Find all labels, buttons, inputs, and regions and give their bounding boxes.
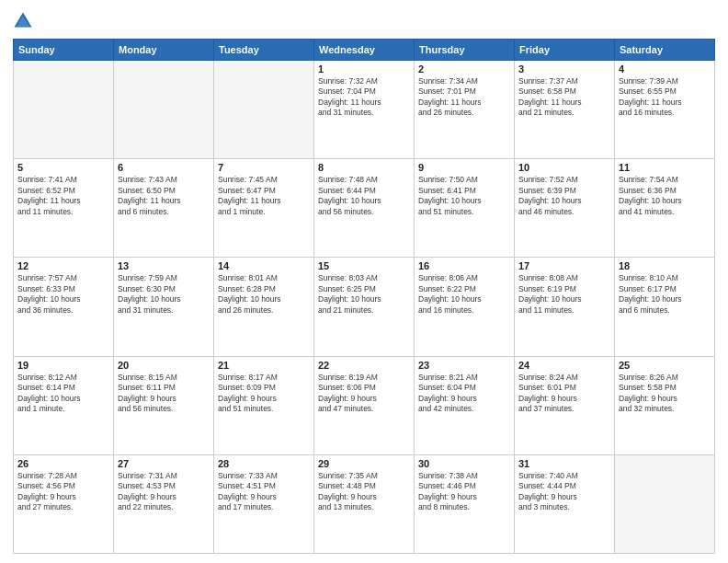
calendar-cell: 11Sunrise: 7:54 AM Sunset: 6:36 PM Dayli… xyxy=(615,159,715,258)
calendar-cell: 31Sunrise: 7:40 AM Sunset: 4:44 PM Dayli… xyxy=(515,454,615,553)
day-info: Sunrise: 8:21 AM Sunset: 6:04 PM Dayligh… xyxy=(418,373,510,415)
calendar-cell: 13Sunrise: 7:59 AM Sunset: 6:30 PM Dayli… xyxy=(114,258,214,356)
calendar-cell: 27Sunrise: 7:31 AM Sunset: 4:53 PM Dayli… xyxy=(114,454,214,553)
day-info: Sunrise: 7:40 AM Sunset: 4:44 PM Dayligh… xyxy=(518,471,610,513)
day-number: 29 xyxy=(318,458,410,469)
calendar-cell: 4Sunrise: 7:39 AM Sunset: 6:55 PM Daylig… xyxy=(615,61,715,159)
day-info: Sunrise: 7:39 AM Sunset: 6:55 PM Dayligh… xyxy=(619,76,711,119)
calendar-cell: 16Sunrise: 8:06 AM Sunset: 6:22 PM Dayli… xyxy=(415,258,515,356)
weekday-header-friday: Friday xyxy=(515,40,615,61)
day-info: Sunrise: 7:54 AM Sunset: 6:36 PM Dayligh… xyxy=(619,175,711,217)
week-row-4: 19Sunrise: 8:12 AM Sunset: 6:14 PM Dayli… xyxy=(14,356,715,454)
day-info: Sunrise: 8:17 AM Sunset: 6:09 PM Dayligh… xyxy=(218,373,310,415)
day-info: Sunrise: 8:01 AM Sunset: 6:28 PM Dayligh… xyxy=(218,273,310,316)
day-number: 8 xyxy=(318,162,410,173)
day-number: 6 xyxy=(118,162,210,173)
calendar-cell: 22Sunrise: 8:19 AM Sunset: 6:06 PM Dayli… xyxy=(314,356,415,454)
calendar-cell: 14Sunrise: 8:01 AM Sunset: 6:28 PM Dayli… xyxy=(214,258,314,356)
day-number: 15 xyxy=(318,260,410,271)
calendar-cell: 3Sunrise: 7:37 AM Sunset: 6:58 PM Daylig… xyxy=(515,61,615,159)
day-number: 14 xyxy=(218,260,310,271)
calendar-cell: 1Sunrise: 7:32 AM Sunset: 7:04 PM Daylig… xyxy=(314,61,415,159)
day-number: 31 xyxy=(518,458,610,469)
day-info: Sunrise: 8:24 AM Sunset: 6:01 PM Dayligh… xyxy=(518,373,610,415)
calendar-cell: 23Sunrise: 8:21 AM Sunset: 6:04 PM Dayli… xyxy=(415,356,515,454)
logo-icon xyxy=(13,11,33,31)
calendar-cell xyxy=(615,454,715,553)
calendar-cell: 18Sunrise: 8:10 AM Sunset: 6:17 PM Dayli… xyxy=(615,258,715,356)
day-number: 20 xyxy=(118,360,210,371)
day-info: Sunrise: 7:45 AM Sunset: 6:47 PM Dayligh… xyxy=(218,175,310,217)
day-number: 2 xyxy=(418,63,510,75)
day-number: 26 xyxy=(17,458,109,469)
calendar-cell: 17Sunrise: 8:08 AM Sunset: 6:19 PM Dayli… xyxy=(515,258,615,356)
day-info: Sunrise: 7:52 AM Sunset: 6:39 PM Dayligh… xyxy=(518,175,610,217)
day-number: 17 xyxy=(518,260,610,271)
day-info: Sunrise: 7:28 AM Sunset: 4:56 PM Dayligh… xyxy=(17,471,109,513)
calendar-cell: 12Sunrise: 7:57 AM Sunset: 6:33 PM Dayli… xyxy=(14,258,114,356)
weekday-header-saturday: Saturday xyxy=(615,40,715,61)
calendar-cell: 19Sunrise: 8:12 AM Sunset: 6:14 PM Dayli… xyxy=(14,356,114,454)
calendar-cell: 8Sunrise: 7:48 AM Sunset: 6:44 PM Daylig… xyxy=(314,159,415,258)
calendar-cell: 5Sunrise: 7:41 AM Sunset: 6:52 PM Daylig… xyxy=(14,159,114,258)
day-number: 22 xyxy=(318,360,410,371)
day-number: 28 xyxy=(218,458,310,469)
day-number: 11 xyxy=(619,162,711,173)
day-info: Sunrise: 8:26 AM Sunset: 5:58 PM Dayligh… xyxy=(619,373,711,415)
weekday-header-thursday: Thursday xyxy=(415,40,515,61)
calendar-cell xyxy=(114,61,214,159)
calendar-cell: 21Sunrise: 8:17 AM Sunset: 6:09 PM Dayli… xyxy=(214,356,314,454)
calendar-cell: 7Sunrise: 7:45 AM Sunset: 6:47 PM Daylig… xyxy=(214,159,314,258)
day-number: 4 xyxy=(619,63,711,75)
day-info: Sunrise: 8:12 AM Sunset: 6:14 PM Dayligh… xyxy=(17,373,109,415)
day-number: 9 xyxy=(418,162,510,173)
day-info: Sunrise: 8:06 AM Sunset: 6:22 PM Dayligh… xyxy=(418,273,510,316)
day-number: 24 xyxy=(518,360,610,371)
calendar-cell: 20Sunrise: 8:15 AM Sunset: 6:11 PM Dayli… xyxy=(114,356,214,454)
day-number: 10 xyxy=(518,162,610,173)
day-number: 23 xyxy=(418,360,510,371)
day-number: 27 xyxy=(118,458,210,469)
day-info: Sunrise: 7:50 AM Sunset: 6:41 PM Dayligh… xyxy=(418,175,510,217)
day-info: Sunrise: 8:03 AM Sunset: 6:25 PM Dayligh… xyxy=(318,273,410,316)
day-info: Sunrise: 7:41 AM Sunset: 6:52 PM Dayligh… xyxy=(17,175,109,217)
calendar-cell: 15Sunrise: 8:03 AM Sunset: 6:25 PM Dayli… xyxy=(314,258,415,356)
calendar-table: SundayMondayTuesdayWednesdayThursdayFrid… xyxy=(13,39,715,554)
calendar-cell: 10Sunrise: 7:52 AM Sunset: 6:39 PM Dayli… xyxy=(515,159,615,258)
calendar-cell: 9Sunrise: 7:50 AM Sunset: 6:41 PM Daylig… xyxy=(415,159,515,258)
day-info: Sunrise: 8:08 AM Sunset: 6:19 PM Dayligh… xyxy=(518,273,610,316)
day-number: 25 xyxy=(619,360,711,371)
calendar-cell xyxy=(14,61,114,159)
weekday-header-sunday: Sunday xyxy=(14,40,114,61)
page: SundayMondayTuesdayWednesdayThursdayFrid… xyxy=(0,0,728,563)
calendar-cell: 2Sunrise: 7:34 AM Sunset: 7:01 PM Daylig… xyxy=(415,61,515,159)
day-number: 19 xyxy=(17,360,109,371)
day-number: 30 xyxy=(418,458,510,469)
calendar-cell: 29Sunrise: 7:35 AM Sunset: 4:48 PM Dayli… xyxy=(314,454,415,553)
day-number: 7 xyxy=(218,162,310,173)
day-info: Sunrise: 8:15 AM Sunset: 6:11 PM Dayligh… xyxy=(118,373,210,415)
weekday-header-tuesday: Tuesday xyxy=(214,40,314,61)
day-number: 5 xyxy=(17,162,109,173)
logo xyxy=(13,11,37,31)
day-number: 13 xyxy=(118,260,210,271)
weekday-header-wednesday: Wednesday xyxy=(314,40,415,61)
day-number: 1 xyxy=(318,63,410,75)
day-info: Sunrise: 7:48 AM Sunset: 6:44 PM Dayligh… xyxy=(318,175,410,217)
weekday-header-monday: Monday xyxy=(114,40,214,61)
day-info: Sunrise: 7:34 AM Sunset: 7:01 PM Dayligh… xyxy=(418,76,510,119)
day-info: Sunrise: 7:35 AM Sunset: 4:48 PM Dayligh… xyxy=(318,471,410,513)
day-info: Sunrise: 7:43 AM Sunset: 6:50 PM Dayligh… xyxy=(118,175,210,217)
header xyxy=(13,11,715,31)
calendar-cell: 30Sunrise: 7:38 AM Sunset: 4:46 PM Dayli… xyxy=(415,454,515,553)
week-row-2: 5Sunrise: 7:41 AM Sunset: 6:52 PM Daylig… xyxy=(14,159,715,258)
day-number: 3 xyxy=(518,63,610,75)
calendar-cell: 28Sunrise: 7:33 AM Sunset: 4:51 PM Dayli… xyxy=(214,454,314,553)
day-info: Sunrise: 8:19 AM Sunset: 6:06 PM Dayligh… xyxy=(318,373,410,415)
calendar-cell xyxy=(214,61,314,159)
day-info: Sunrise: 7:59 AM Sunset: 6:30 PM Dayligh… xyxy=(118,273,210,316)
day-number: 18 xyxy=(619,260,711,271)
day-info: Sunrise: 7:37 AM Sunset: 6:58 PM Dayligh… xyxy=(518,76,610,119)
day-info: Sunrise: 7:31 AM Sunset: 4:53 PM Dayligh… xyxy=(118,471,210,513)
week-row-5: 26Sunrise: 7:28 AM Sunset: 4:56 PM Dayli… xyxy=(14,454,715,553)
